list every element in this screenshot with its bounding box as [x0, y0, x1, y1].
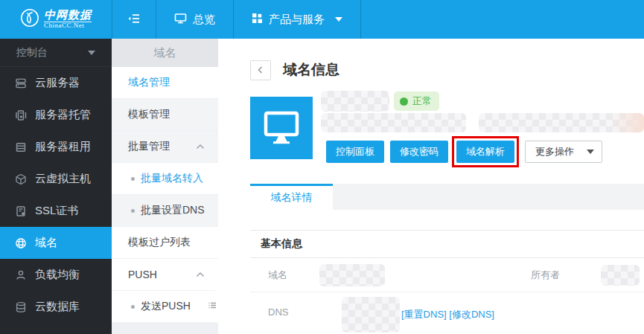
cloud-server-icon [15, 77, 27, 89]
submenu-item-template-transfer-list[interactable]: 模板过户列表 [112, 227, 218, 259]
status-label: 正常 [412, 94, 432, 108]
owner-field-label: 所有者 [531, 269, 582, 282]
submenu-item-label: 域名管理 [128, 76, 170, 89]
nav-overview-label: 总览 [193, 13, 215, 27]
submenu-item-template-manage[interactable]: 模板管理 [112, 99, 218, 131]
sidebar-item-ssl-cert[interactable]: SSL证书 [0, 195, 112, 227]
virtual-host-cube-icon [15, 173, 27, 185]
submenu-group-batch-manage[interactable]: 批量管理 [112, 131, 218, 163]
status-badge: 正常 [394, 91, 439, 111]
domain-info-redacted [321, 113, 466, 132]
sidebar-item-cloud-database[interactable]: 云数据库 [0, 291, 112, 323]
nav-overview[interactable]: 总览 [156, 0, 233, 39]
dns-field-label: DNS [268, 306, 319, 318]
load-balancer-icon [15, 269, 27, 281]
bullet-icon [131, 305, 135, 309]
owner-value-redacted [601, 265, 640, 286]
red-highlight-box: 域名解析 [452, 136, 519, 167]
domain-field-label: 域名 [268, 269, 319, 282]
products-caret-down-icon [335, 17, 342, 22]
products-grid-icon [252, 13, 263, 26]
sidebar-item-cloud-server[interactable]: 云服务器 [0, 67, 112, 99]
brand-logo-icon [20, 8, 39, 30]
submenu-item-label: 发送PUSH [141, 300, 191, 313]
domain-value-redacted [319, 264, 385, 286]
change-password-button[interactable]: 修改密码 [390, 141, 448, 163]
sidebar-item-domain[interactable]: 域名 [0, 227, 112, 259]
field-row-dns: DNS [重置DNS] [修改DNS] [250, 292, 644, 333]
sidebar-item-label: SSL证书 [35, 204, 78, 218]
dns-value-redacted [342, 297, 400, 333]
submenu-group-push[interactable]: PUSH [112, 259, 218, 291]
secondary-sidebar: 域名 域名管理 模板管理 批量管理 批量域名转入 批量设置DNS 模板过户列表 [112, 39, 218, 334]
overview-monitor-icon [174, 13, 187, 27]
server-hosting-icon [15, 109, 27, 121]
ssl-certificate-icon [15, 205, 27, 217]
submenu-header: 域名 [112, 39, 218, 67]
sidebar-item-label: 域名 [35, 236, 57, 250]
domain-profile: 正常 控制面板 修改密码 域名解析 更多操作 [250, 91, 644, 167]
tab-bar: 域名详情 [250, 184, 644, 210]
sidebar-item-load-balancer[interactable]: 负载均衡 [0, 259, 112, 291]
dns-action-links[interactable]: [重置DNS] [修改DNS] [401, 308, 494, 321]
brand-subtitle: ChinaCC.Net [44, 22, 92, 29]
submenu-item-label: 模板过户列表 [128, 236, 191, 249]
brand-name: 中网数据 [44, 9, 92, 22]
monitor-icon [264, 111, 299, 145]
sidebar-item-virtual-host[interactable]: 云虚拟主机 [0, 163, 112, 195]
nav-products[interactable]: 产品与服务 [234, 0, 360, 39]
submenu-group-label: 批量管理 [128, 140, 170, 153]
bullet-icon [131, 209, 135, 213]
tab-label: 域名详情 [271, 191, 313, 205]
topbar: 中网数据 ChinaCC.Net 总览 产品与服务 [0, 0, 644, 39]
domain-resolution-button[interactable]: 域名解析 [456, 141, 514, 163]
server-rental-icon [15, 141, 27, 153]
more-actions-label: 更多操作 [535, 145, 574, 158]
topbar-divider [360, 0, 361, 39]
collapse-list-icon [208, 299, 217, 312]
sidebar-item-label: 云服务器 [35, 76, 80, 90]
nav-products-label: 产品与服务 [269, 13, 325, 27]
section-title: 基本信息 [250, 230, 644, 258]
domain-globe-icon [15, 237, 27, 249]
action-buttons: 控制面板 修改密码 域名解析 更多操作 [326, 136, 644, 167]
sidebar-item-label: 云数据库 [35, 300, 80, 314]
submenu-item-label: 批量设置DNS [141, 204, 205, 217]
submenu-item-label: 模板管理 [128, 108, 170, 121]
sidebar-item-label: 负载均衡 [35, 268, 80, 282]
sidebar-item-label: 云虚拟主机 [35, 172, 91, 186]
domain-name-redacted [321, 91, 389, 112]
chevron-up-icon [196, 144, 205, 150]
sidebar-item-label: 服务器租用 [35, 140, 91, 154]
submenu-item-label: 批量域名转入 [141, 172, 203, 185]
status-dot-icon [400, 97, 408, 106]
page-title: 域名信息 [283, 60, 339, 80]
sidebar-item-server-hosting[interactable]: 服务器托管 [0, 99, 112, 131]
sidebar-item-label: 服务器托管 [35, 108, 91, 122]
more-actions-dropdown[interactable]: 更多操作 [525, 141, 602, 163]
chevron-up-icon [196, 272, 205, 277]
submenu-group-label: PUSH [128, 269, 157, 280]
domain-avatar [250, 97, 313, 159]
domain-info-redacted [479, 113, 644, 132]
primary-sidebar: 控制台 云服务器 服务器托管 [0, 39, 112, 334]
console-caret-down-icon [88, 51, 95, 55]
submenu-item-batch-domain-transfer[interactable]: 批量域名转入 [112, 163, 218, 195]
bullet-icon [131, 177, 135, 181]
menu-fold-icon [127, 13, 141, 27]
brand-logo[interactable]: 中网数据 ChinaCC.Net [0, 0, 112, 39]
cloud-database-icon [15, 301, 27, 313]
chevron-left-icon [256, 65, 265, 74]
back-button[interactable] [250, 60, 271, 80]
console-label: 控制台 [16, 46, 48, 60]
main-content: 域名信息 正常 [218, 39, 644, 334]
submenu-item-batch-set-dns[interactable]: 批量设置DNS [112, 195, 218, 227]
sidebar-item-server-rental[interactable]: 服务器租用 [0, 131, 112, 163]
tab-domain-details[interactable]: 域名详情 [250, 184, 333, 210]
control-panel-button[interactable]: 控制面板 [326, 141, 384, 163]
submenu-item-domain-manage[interactable]: 域名管理 [112, 67, 218, 99]
menu-fold-button[interactable] [112, 0, 156, 39]
console-selector[interactable]: 控制台 [0, 39, 112, 67]
field-row-domain-owner: 域名 所有者 [250, 258, 644, 292]
more-actions-caret-down-icon [587, 150, 594, 154]
